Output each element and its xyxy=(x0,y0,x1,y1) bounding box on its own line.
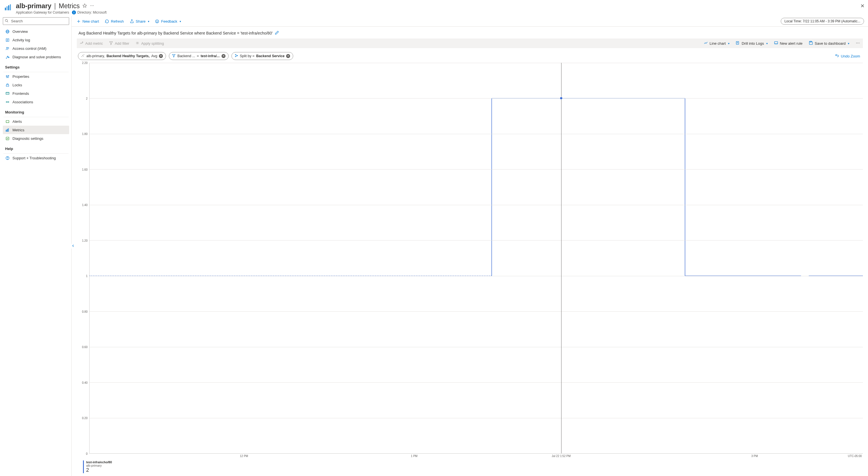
svg-point-8 xyxy=(5,19,8,22)
sidebar-item-properties[interactable]: Properties xyxy=(3,72,69,81)
chart-title: Avg Backend Healthy Targets for alb-prim… xyxy=(79,31,273,35)
x-tick-label: 3 PM xyxy=(751,454,758,457)
svg-rect-32 xyxy=(6,120,9,123)
remove-pill-icon[interactable]: ✕ xyxy=(159,54,163,58)
svg-rect-2 xyxy=(8,5,9,10)
sidebar-item-alerts[interactable]: Alerts xyxy=(3,117,69,126)
remove-pill-icon[interactable]: ✕ xyxy=(221,54,225,58)
add-metric-button[interactable]: Add metric xyxy=(79,40,104,47)
svg-line-9 xyxy=(7,21,8,22)
edit-title-icon[interactable] xyxy=(275,31,279,36)
chart-type-button[interactable]: Line chart ▾ xyxy=(703,40,731,47)
gridline xyxy=(90,418,863,418)
more-menu-icon[interactable] xyxy=(90,3,94,9)
search-input[interactable] xyxy=(3,17,69,25)
legend-item[interactable]: test-infra/echo/80 alb-primary 2 xyxy=(83,461,112,473)
title-separator: | xyxy=(54,2,56,10)
svg-rect-3 xyxy=(10,4,11,10)
feedback-button[interactable]: Feedback ▾ xyxy=(154,18,182,25)
svg-rect-27 xyxy=(6,92,9,95)
sidebar-item-locks[interactable]: Locks xyxy=(3,81,69,89)
svg-line-71 xyxy=(236,55,237,56)
svg-point-61 xyxy=(858,42,858,43)
directory-label: Directory: Microsoft xyxy=(78,10,106,14)
sidebar-item-access-control-iam-[interactable]: Access control (IAM) xyxy=(3,44,69,53)
search-icon xyxy=(5,19,8,24)
svg-point-25 xyxy=(8,75,9,76)
page-section: Metrics xyxy=(59,2,80,10)
svg-marker-49 xyxy=(110,42,113,45)
sidebar-item-label: Activity log xyxy=(12,38,30,42)
refresh-button[interactable]: Refresh xyxy=(104,18,125,25)
save-icon xyxy=(809,41,813,46)
svg-rect-36 xyxy=(7,129,7,132)
plot-area[interactable] xyxy=(89,63,863,454)
sidebar-item-label: Overview xyxy=(12,29,28,34)
undo-zoom-button[interactable]: Undo Zoom xyxy=(835,54,862,59)
svg-point-23 xyxy=(6,75,6,76)
y-tick-label: 0.40 xyxy=(82,381,88,384)
wrench-icon xyxy=(5,55,10,59)
y-tick-label: 2.20 xyxy=(82,61,88,65)
apply-splitting-button[interactable]: Apply splitting xyxy=(134,40,165,47)
y-tick-label: 1.40 xyxy=(82,203,88,207)
svg-point-52 xyxy=(137,42,138,42)
svg-rect-57 xyxy=(775,42,778,44)
hover-point xyxy=(560,97,563,100)
chart-more-icon[interactable] xyxy=(855,41,861,46)
sidebar-item-label: Frontends xyxy=(12,92,29,96)
filter-pill[interactable]: Backend ... = test-infra/... ✕ xyxy=(169,52,228,60)
time-range-button[interactable]: Local Time: 7/22 11:05 AM - 3:39 PM (Aut… xyxy=(781,18,864,25)
svg-point-63 xyxy=(82,56,82,57)
sidebar-item-label: Alerts xyxy=(12,120,22,124)
save-dashboard-button[interactable]: Save to dashboard ▾ xyxy=(808,40,850,47)
x-tick-label: Jul 22 1:52 PM xyxy=(552,454,571,457)
assoc-icon xyxy=(5,100,10,104)
split-pill[interactable]: Split by = Backend Service ✕ xyxy=(231,52,293,60)
drill-logs-button[interactable]: Drill into Logs ▾ xyxy=(735,40,769,47)
sidebar-item-activity-log[interactable]: Activity log xyxy=(3,36,69,44)
add-filter-button[interactable]: Add filter xyxy=(108,40,130,47)
svg-point-29 xyxy=(6,101,7,102)
sidebar-item-diagnostic-settings[interactable]: Diagnostic settings xyxy=(3,134,69,143)
gridline xyxy=(90,240,863,241)
metric-pill[interactable]: alb-primary, Backend Healthy Targets, Av… xyxy=(78,52,166,60)
metric-scatter-icon xyxy=(81,54,85,58)
smiley-icon xyxy=(155,19,159,24)
sidebar-item-frontends[interactable]: Frontends xyxy=(3,89,69,98)
close-icon[interactable]: ✕ xyxy=(860,3,865,9)
svg-line-72 xyxy=(236,56,237,57)
svg-marker-4 xyxy=(83,4,87,7)
svg-point-45 xyxy=(157,21,157,21)
svg-point-44 xyxy=(156,20,159,23)
collapse-panel-icon[interactable] xyxy=(71,244,75,248)
sidebar-item-label: Locks xyxy=(12,83,22,87)
new-chart-button[interactable]: New chart xyxy=(75,18,100,25)
props-icon xyxy=(5,74,10,79)
svg-rect-0 xyxy=(5,8,6,10)
hover-line xyxy=(561,63,561,453)
sidebar-item-metrics[interactable]: Metrics xyxy=(3,126,69,134)
new-alert-button[interactable]: New alert rule xyxy=(773,40,804,47)
remove-pill-icon[interactable]: ✕ xyxy=(286,54,290,58)
sidebar-item-label: Diagnose and solve problems xyxy=(12,55,61,59)
sidebar-item-support-troubleshooting[interactable]: Support + Troubleshooting xyxy=(3,154,69,162)
sidebar-item-associations[interactable]: Associations xyxy=(3,98,69,106)
y-tick-label: 2 xyxy=(86,97,88,100)
favorite-star-icon[interactable] xyxy=(83,3,87,9)
sidebar: OverviewActivity logAccess control (IAM)… xyxy=(0,16,71,476)
chart[interactable]: 2.2021.801.601.401.2010.800.600.400.200 … xyxy=(77,62,863,473)
sidebar-item-overview[interactable]: Overview xyxy=(3,27,69,36)
info-icon: i xyxy=(72,10,76,14)
chevron-down-icon: ▾ xyxy=(180,20,181,23)
split-icon xyxy=(235,54,238,58)
refresh-icon xyxy=(105,19,110,24)
frontend-icon xyxy=(5,91,10,96)
gridline xyxy=(90,169,863,170)
svg-point-69 xyxy=(235,56,236,57)
sidebar-item-diagnose-and-solve-problems[interactable]: Diagnose and solve problems xyxy=(3,53,69,61)
share-button[interactable]: Share ▾ xyxy=(129,18,150,25)
y-tick-label: 1.20 xyxy=(82,239,88,242)
y-tick-label: 0.60 xyxy=(82,345,88,349)
svg-point-62 xyxy=(859,42,860,43)
